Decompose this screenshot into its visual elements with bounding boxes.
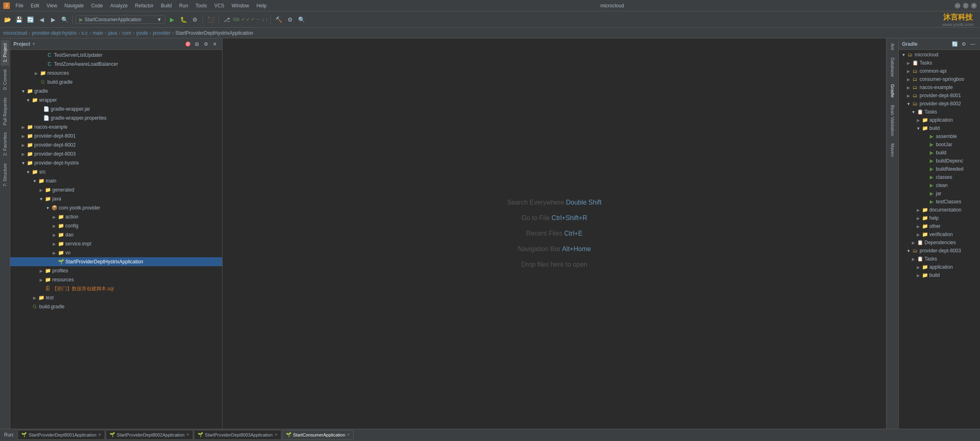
gradle-item-tasks-8002[interactable]: ▼ 📋 Tasks [899, 108, 980, 116]
menu-window[interactable]: Window [228, 2, 252, 9]
tree-item-resources1[interactable]: ▶ 📁 resources [10, 69, 222, 78]
panel-expand-btn[interactable]: ⊞ [193, 40, 201, 48]
gradle-item-other[interactable]: ▶ 📁 other [899, 222, 980, 230]
breadcrumb-com[interactable]: com [122, 30, 131, 36]
run-coverage-btn[interactable]: ⚙ [190, 15, 200, 24]
gradle-item-verification[interactable]: ▶ 📁 verification [899, 230, 980, 238]
tree-item-java[interactable]: ▼ 📁 java [10, 194, 222, 203]
breadcrumb-java[interactable]: java [108, 30, 117, 36]
gradle-task-clean[interactable]: ▶ clean [899, 181, 980, 189]
tree-item-service-impl[interactable]: ▶ 📁 service.impl [10, 239, 222, 248]
toolbar-open-btn[interactable]: 📂 [2, 15, 12, 24]
tree-item-sql[interactable]: 🗄 【部门】数据库创建脚本.sql [10, 284, 222, 293]
tree-item-wrapper[interactable]: ▼ 📁 wrapper [10, 96, 222, 105]
toolbar-save-btn[interactable]: 💾 [14, 15, 24, 24]
tree-item-profiles[interactable]: ▶ 📁 profiles [10, 266, 222, 275]
settings-btn[interactable]: ⚙ [285, 15, 295, 24]
gradle-item-common-api[interactable]: ▶ 🗂 common-api [899, 67, 980, 75]
sidebar-item-pull-requests[interactable]: Pull Requests [1, 94, 9, 129]
breadcrumb-yootk[interactable]: yootk [136, 30, 148, 36]
gradle-item-dependencies[interactable]: ▶ 📋 Dependencies [899, 238, 980, 247]
tree-item-resources2[interactable]: ▶ 📁 resources [10, 275, 222, 284]
right-tab-database[interactable]: Database [889, 54, 897, 80]
breadcrumb-provider[interactable]: provider [153, 30, 170, 36]
menu-vcs[interactable]: VCS [211, 2, 228, 9]
run-btn[interactable]: ▶ [167, 15, 177, 24]
tree-item-config[interactable]: ▶ 📁 config [10, 221, 222, 230]
gradle-item-application-8003[interactable]: ▶ 📁 application [899, 263, 980, 271]
gradle-item-build-group[interactable]: ▼ 📁 build [899, 124, 980, 132]
menu-help[interactable]: Help [253, 2, 270, 9]
right-tab-ant[interactable]: Ant [889, 40, 897, 53]
right-tab-gradle[interactable]: Gradle [889, 81, 897, 101]
gradle-task-assemble[interactable]: ▶ assemble [899, 132, 980, 140]
panel-settings-btn[interactable]: ⚙ [202, 40, 210, 48]
gradle-task-jar[interactable]: ▶ jar [899, 189, 980, 198]
tree-item-gradle[interactable]: ▼ 📁 gradle [10, 87, 222, 96]
gradle-task-testclasses[interactable]: ▶ testClasses [899, 198, 980, 206]
gradle-item-provider-8003[interactable]: ▼ 🗂 provider-dept-8003 [899, 247, 980, 255]
sidebar-item-project[interactable]: 1: Project [1, 40, 9, 65]
gradle-item-provider-8002[interactable]: ▼ 🗂 provider-dept-8002 [899, 100, 980, 108]
gradle-task-classes[interactable]: ▶ classes [899, 173, 980, 181]
tree-item-main[interactable]: ▼ 📁 main [10, 176, 222, 185]
tree-item-nacos-example[interactable]: ▶ 📁 nacos-example [10, 122, 222, 131]
tree-item-com-yootk-provider[interactable]: ▼ 📦 com.yootk.provider [10, 203, 222, 212]
gradle-item-provider-8001[interactable]: ▶ 🗂 provider-dept-8001 [899, 91, 980, 100]
toolbar-sync-btn[interactable]: 🔄 [25, 15, 35, 24]
tree-item-provider-8002[interactable]: ▶ 📁 provider-dept-8002 [10, 140, 222, 149]
menu-tools[interactable]: Tools [192, 2, 210, 9]
stop-btn[interactable]: ⬛ [206, 15, 216, 24]
sidebar-item-favorites[interactable]: 2: Favorites [1, 129, 9, 159]
tree-item-provider-8001[interactable]: ▶ 📁 provider-dept-8001 [10, 131, 222, 140]
gradle-item-tasks-root[interactable]: ▶ 📋 Tasks [899, 59, 980, 67]
run-tab-close[interactable]: ✕ [274, 432, 278, 437]
run-tab-8002[interactable]: 🌱 StartProviderDept8002Application ✕ [106, 430, 193, 440]
breadcrumb-main[interactable]: main [93, 30, 103, 36]
tree-item-testserverlistupdater[interactable]: C TestServerListUpdater [10, 51, 222, 60]
tree-item-provider-hystrix[interactable]: ▼ 📁 provider-dept-hystrix [10, 158, 222, 167]
debug-btn[interactable]: 🐛 [178, 15, 188, 24]
tree-item-gradle-wrapper-jar[interactable]: 📄 gradle-wrapper.jar [10, 105, 222, 114]
toolbar-find-btn[interactable]: 🔍 [60, 15, 69, 24]
tree-item-gradle-wrapper-props[interactable]: 📄 gradle-wrapper.properties [10, 114, 222, 122]
panel-close-btn[interactable]: ✕ [211, 40, 219, 48]
menu-build[interactable]: Build [158, 2, 175, 9]
tree-item-buildgradle1[interactable]: G build.gradle [10, 78, 222, 87]
panel-locate-btn[interactable]: 🎯 [184, 40, 192, 48]
gradle-item-build-8003[interactable]: ▶ 📁 build [899, 271, 980, 279]
gradle-settings-btn[interactable]: ⚙ [960, 40, 968, 48]
minimize-button[interactable]: — [955, 3, 960, 9]
menu-refactor[interactable]: Refactor [132, 2, 157, 9]
tree-item-generated[interactable]: ▶ 📁 generated [10, 185, 222, 194]
toolbar-forward-btn[interactable]: ▶ [48, 15, 58, 24]
gradle-item-application[interactable]: ▶ 📁 application [899, 116, 980, 124]
maximize-button[interactable]: □ [963, 3, 969, 9]
gradle-task-buildneeded[interactable]: ▶ buildNeeded [899, 165, 980, 173]
breadcrumb-hystrix[interactable]: provider-dept-hystrix [32, 30, 76, 36]
search-everywhere-btn[interactable]: 🔍 [296, 15, 306, 24]
right-tab-beanvalidation[interactable]: Bean Validation [889, 102, 897, 139]
tree-item-test[interactable]: ▶ 📁 test [10, 293, 222, 302]
run-tab-close[interactable]: ✕ [186, 432, 189, 437]
gradle-item-consumer-spring[interactable]: ▶ 🗂 consumer-springboo [899, 75, 980, 83]
toolbar-back-btn[interactable]: ◀ [37, 15, 47, 24]
tree-item-start-hystrix-app[interactable]: 🌱 StartProviderDeptHystrixApplication [10, 257, 222, 266]
menu-view[interactable]: View [43, 2, 60, 9]
gradle-task-bootjar[interactable]: ▶ bootJar [899, 140, 980, 149]
menu-analyze[interactable]: Analyze [107, 2, 131, 9]
sidebar-item-commit[interactable]: 0: Commit [1, 66, 9, 93]
tree-item-provider-8003[interactable]: ▶ 📁 provider-dept-8003 [10, 149, 222, 158]
close-button[interactable]: ✕ [971, 3, 977, 9]
run-tab-8003[interactable]: 🌱 StartProviderDept8003Application ✕ [194, 430, 281, 440]
menu-run[interactable]: Run [176, 2, 192, 9]
gradle-item-microcloud[interactable]: ▼ 🗂 microcloud [899, 51, 980, 59]
gradle-item-tasks-8003[interactable]: ▶ 📋 Tasks [899, 255, 980, 263]
menu-code[interactable]: Code [88, 2, 106, 9]
run-tab-close[interactable]: ✕ [98, 432, 101, 437]
gradle-minimize-btn[interactable]: — [969, 40, 977, 48]
tree-item-buildgradle2[interactable]: G build.gradle [10, 302, 222, 311]
menu-navigate[interactable]: Navigate [61, 2, 87, 9]
breadcrumb-microcloud[interactable]: microcloud [3, 30, 27, 36]
gradle-refresh-btn[interactable]: 🔄 [951, 40, 959, 48]
